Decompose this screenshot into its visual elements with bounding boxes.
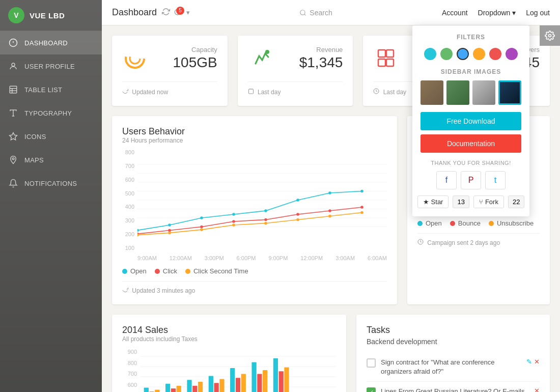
sidebar-logo[interactable]: V VUE LBD	[0, 0, 102, 31]
logout-link[interactable]: Log out	[526, 9, 550, 17]
svg-rect-69	[177, 386, 181, 392]
sales-y-labels: 900800700600500400	[122, 349, 140, 392]
sidebar-item-notifications[interactable]: NOTIFICATIONS	[0, 172, 102, 195]
svg-rect-72	[198, 382, 203, 392]
sidebar-item-typography[interactable]: TYPOGRAPHY	[0, 101, 102, 125]
account-link[interactable]: Account	[442, 9, 468, 17]
stat-card-capacity: Capacity 105GB Updated now	[112, 36, 228, 106]
search-box[interactable]: Search	[299, 9, 332, 17]
svg-point-53	[232, 223, 235, 227]
dropdown-arrow[interactable]: ▾	[186, 9, 190, 16]
svg-point-55	[296, 218, 299, 221]
dropdown-link[interactable]: Dropdown ▾	[478, 9, 516, 17]
page-title: Dashboard	[112, 7, 157, 18]
sidebar-item-label: USER PROFILE	[24, 63, 75, 70]
facebook-button[interactable]: f	[436, 171, 457, 189]
svg-point-41	[360, 190, 363, 193]
sidebar-images	[421, 80, 521, 105]
svg-rect-66	[155, 389, 159, 392]
sidebar-img-2[interactable]	[446, 80, 469, 105]
task-text-2: Lines From Great Russian Literature? Or …	[381, 387, 529, 392]
svg-rect-71	[192, 386, 197, 392]
logo-icon: V	[8, 7, 24, 23]
sidebar-img-1[interactable]	[421, 80, 443, 105]
svg-rect-22	[386, 50, 394, 57]
svg-point-36	[200, 216, 203, 219]
notifications-button[interactable]: 5	[174, 9, 182, 17]
task-delete-2[interactable]: ✕	[534, 387, 540, 392]
sidebar-item-label: TABLE LIST	[24, 86, 62, 94]
svg-point-51	[168, 232, 171, 235]
bell-icon	[8, 178, 18, 188]
task-checkbox-2[interactable]: ✓	[367, 387, 376, 392]
github-row: ★ Star 13 ⑂ Fork 22	[421, 195, 521, 208]
sales-title: 2014 Sales	[122, 325, 336, 335]
star-count: 13	[453, 195, 469, 208]
social-buttons: f P t	[421, 171, 521, 189]
sidebar-item-label: TYPOGRAPHY	[24, 109, 72, 117]
svg-point-16	[130, 53, 140, 64]
swatch-orange[interactable]	[473, 48, 485, 60]
svg-point-17	[265, 50, 269, 54]
svg-point-85	[549, 35, 551, 37]
capacity-label: Capacity	[173, 46, 217, 53]
user-icon	[8, 61, 18, 71]
search-label: Search	[310, 9, 332, 17]
swatch-blue[interactable]	[457, 48, 469, 60]
sidebar-item-user-profile[interactable]: USER PROFILE	[0, 54, 102, 78]
refresh-icon[interactable]	[162, 8, 170, 18]
task-edit-1[interactable]: ✎	[526, 358, 532, 366]
fork-button[interactable]: ⑂ Fork	[473, 195, 504, 208]
sidebar-item-dashboard[interactable]: DASHBOARD	[0, 31, 102, 54]
swatch-green[interactable]	[440, 48, 453, 60]
svg-point-46	[264, 218, 267, 221]
sidebar-img-4[interactable]	[498, 80, 521, 105]
revenue-label: Revenue	[299, 46, 343, 53]
task-actions-1: ✎ ✕	[526, 358, 540, 366]
svg-point-13	[300, 10, 305, 14]
svg-point-3	[12, 63, 15, 66]
svg-point-15	[126, 49, 144, 68]
svg-rect-24	[386, 59, 394, 66]
header-icons: 5 ▾	[162, 8, 190, 18]
task-checkbox-1[interactable]	[367, 358, 376, 368]
star-button[interactable]: ★ Star	[417, 195, 449, 208]
sidebar-images-title: SIDEBAR IMAGES	[421, 68, 521, 75]
task-item-1: Sign contract for "What are conference o…	[367, 353, 540, 382]
swatch-cyan[interactable]	[424, 48, 436, 60]
swatch-purple[interactable]	[506, 48, 518, 60]
free-download-button[interactable]: Free Download	[421, 112, 521, 130]
sidebar-img-3[interactable]	[472, 80, 495, 105]
twitter-button[interactable]: t	[485, 171, 506, 189]
main-content: Dashboard 5 ▾ Search Account Dropdown ▾ …	[102, 0, 560, 392]
sidebar-item-maps[interactable]: MAPS	[0, 148, 102, 172]
campaign-footer: Campaign sent 2 days ago	[417, 233, 540, 246]
header-right: Account Dropdown ▾ Log out	[442, 9, 550, 17]
svg-rect-68	[171, 388, 176, 392]
capacity-value: 105GB	[173, 54, 217, 71]
revenue-footer: Last day	[248, 81, 343, 96]
settings-gear-button[interactable]	[540, 25, 560, 46]
icons-icon	[8, 131, 18, 142]
sidebar-item-table-list[interactable]: TABLE LIST	[0, 78, 102, 101]
capacity-footer: Updated now	[122, 81, 217, 96]
color-swatches	[421, 48, 521, 60]
sales-bar-chart	[140, 349, 336, 392]
notification-count: 5	[176, 7, 184, 15]
sidebar-item-label: MAPS	[24, 156, 44, 164]
svg-point-35	[168, 223, 171, 227]
documentation-button[interactable]: Documentation	[421, 134, 521, 153]
sidebar-item-icons[interactable]: ICONS	[0, 125, 102, 148]
svg-rect-74	[214, 383, 219, 392]
sidebar-navigation: DASHBOARD USER PROFILE TABLE LIST TYPOGR…	[0, 31, 102, 392]
pinterest-button[interactable]: P	[461, 171, 481, 189]
filters-panel: FILTERS SIDEBAR IMAGES Free Download Doc…	[412, 25, 529, 216]
swatch-red[interactable]	[489, 48, 501, 60]
chart-legend: Open Click Click Second Time	[122, 267, 387, 275]
sharing-title: THANK YOU FOR SHARING!	[421, 160, 521, 166]
task-delete-1[interactable]: ✕	[534, 358, 540, 366]
svg-point-47	[296, 213, 299, 216]
svg-point-40	[328, 191, 331, 194]
svg-rect-77	[236, 378, 240, 392]
errors-icon	[373, 46, 399, 73]
